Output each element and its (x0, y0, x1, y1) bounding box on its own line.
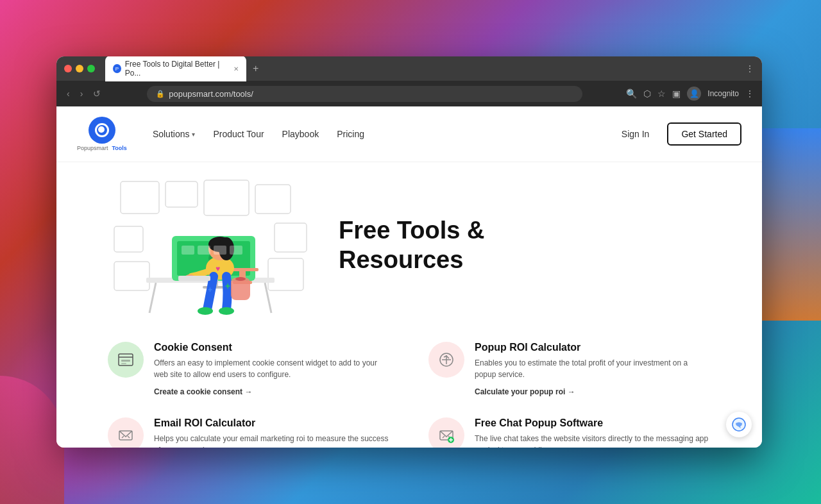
popup-roi-icon (428, 342, 464, 378)
url-bar[interactable]: 🔒 popupsmart.com/tools/ (147, 86, 582, 102)
tool-item-cookie-consent: Cookie Consent Offers an easy to impleme… (108, 342, 390, 397)
tab-manager-icon[interactable]: ▣ (672, 88, 681, 99)
cookie-consent-info: Cookie Consent Offers an easy to impleme… (154, 342, 390, 397)
free-chat-icon (428, 417, 464, 448)
bookmark-icon[interactable]: ☆ (657, 88, 666, 99)
solutions-dropdown-arrow: ▾ (192, 131, 195, 138)
hero-title: Free Tools & Resources (339, 216, 711, 274)
logo-inner (95, 123, 109, 137)
svg-rect-2 (204, 180, 249, 215)
svg-line-47 (443, 436, 444, 438)
svg-rect-1 (165, 181, 198, 207)
cookie-consent-link[interactable]: Create a cookie consent → (154, 387, 252, 396)
svg-rect-30 (214, 246, 226, 255)
tools-grid: Cookie Consent Offers an easy to impleme… (56, 329, 762, 448)
email-roi-title: Email ROI Calculator (154, 417, 390, 429)
traffic-lights (64, 65, 95, 72)
browser-window: P Free Tools to Digital Better | Po... ✕… (56, 56, 762, 448)
back-button[interactable]: ‹ (64, 88, 72, 99)
svg-rect-6 (114, 262, 149, 290)
address-bar-right: 🔍 ⬡ ☆ ▣ 👤 Incognito ⋮ (626, 87, 754, 101)
menu-icon[interactable]: ⋮ (745, 88, 754, 99)
cookie-consent-title: Cookie Consent (154, 342, 390, 353)
svg-rect-5 (275, 223, 307, 252)
solutions-link[interactable]: Solutions ▾ (153, 129, 196, 139)
svg-line-44 (122, 436, 124, 438)
tab-favicon: P (113, 64, 121, 73)
svg-rect-26 (231, 278, 250, 300)
svg-point-24 (198, 307, 213, 315)
svg-rect-0 (121, 181, 159, 214)
svg-text:+: + (225, 281, 230, 291)
tab-title: Free Tools to Digital Better | Po... (125, 60, 227, 78)
email-roi-icon (108, 417, 144, 448)
free-chat-info: Free Chat Popup Software The live chat t… (475, 417, 711, 448)
brand-name: Popupsmart (77, 145, 108, 151)
svg-point-27 (235, 277, 246, 281)
address-bar: ‹ › ↺ 🔒 popupsmart.com/tools/ 🔍 ⬡ ☆ ▣ 👤 … (56, 81, 762, 106)
hero-illustration: + + ♥ (108, 175, 313, 316)
site-navigation: Popupsmart Tools Solutions ▾ Product Tou… (56, 106, 762, 162)
svg-rect-35 (178, 276, 210, 281)
pricing-link[interactable]: Pricing (337, 129, 364, 139)
tool-item-email-roi: Email ROI Calculator Helps you calculate… (108, 417, 390, 448)
logo-icon[interactable] (89, 117, 115, 144)
svg-line-9 (149, 283, 156, 313)
hero-text: Free Tools & Resources (339, 216, 711, 274)
new-tab-button[interactable]: + (249, 63, 262, 74)
profile-icon[interactable]: 👤 (687, 87, 701, 101)
cast-icon: ⬡ (643, 88, 651, 99)
refresh-button[interactable]: ↺ (90, 88, 103, 99)
nav-actions: Sign In Get Started (614, 122, 741, 146)
incognito-label: Incognito (707, 89, 739, 98)
window-controls: ⋮ (745, 63, 754, 74)
tool-item-popup-roi: Popup ROI Calculator Enables you to esti… (428, 342, 711, 397)
svg-rect-7 (268, 258, 303, 290)
svg-rect-28 (182, 246, 194, 255)
active-tab[interactable]: P Free Tools to Digital Better | Po... ✕ (105, 56, 246, 81)
forward-button[interactable]: › (78, 88, 86, 99)
sign-in-button[interactable]: Sign In (614, 124, 657, 144)
close-button[interactable] (64, 65, 72, 72)
svg-rect-4 (114, 226, 143, 252)
product-tour-link[interactable]: Product Tour (213, 129, 264, 139)
website-content: Popupsmart Tools Solutions ▾ Product Tou… (56, 106, 762, 448)
free-chat-desc: The live chat takes the website visitors… (475, 433, 711, 448)
svg-rect-38 (121, 360, 130, 362)
logo-area: Popupsmart Tools (77, 117, 127, 151)
tools-label: Tools (112, 145, 127, 151)
svg-text:♥: ♥ (216, 264, 220, 273)
chat-widget[interactable] (726, 412, 752, 437)
svg-point-25 (219, 307, 234, 315)
svg-rect-31 (230, 246, 242, 255)
cookie-consent-icon (108, 342, 144, 378)
browser-chrome: P Free Tools to Digital Better | Po... ✕… (56, 56, 762, 81)
tool-item-free-chat: Free Chat Popup Software The live chat t… (428, 417, 711, 448)
svg-rect-29 (198, 246, 210, 255)
svg-text:+: + (208, 285, 212, 294)
svg-rect-3 (255, 185, 291, 214)
logo-labels: Popupsmart Tools (77, 145, 127, 151)
hero-section: + + ♥ Free Tools & Resources (56, 162, 762, 329)
minimize-button[interactable] (76, 65, 83, 72)
lock-icon: 🔒 (156, 90, 165, 98)
tab-bar: P Free Tools to Digital Better | Po... ✕… (105, 56, 740, 81)
playbook-link[interactable]: Playbook (282, 129, 319, 139)
search-icon[interactable]: 🔍 (626, 88, 637, 99)
popup-roi-info: Popup ROI Calculator Enables you to esti… (475, 342, 711, 397)
svg-line-45 (128, 436, 130, 438)
popup-roi-link[interactable]: Calculate your popup roi → (475, 387, 575, 396)
cookie-consent-desc: Offers an easy to implement cookie conse… (154, 357, 390, 380)
maximize-button[interactable] (87, 65, 95, 72)
popup-roi-title: Popup ROI Calculator (475, 342, 711, 353)
get-started-button[interactable]: Get Started (667, 122, 741, 146)
free-chat-title: Free Chat Popup Software (475, 417, 711, 429)
tab-close-icon[interactable]: ✕ (233, 65, 239, 72)
svg-rect-39 (121, 363, 126, 364)
url-text: popupsmart.com/tools/ (169, 89, 253, 99)
email-roi-desc: Helps you calculate your email marketing… (154, 433, 390, 448)
popup-roi-desc: Enables you to estimate the total profit… (475, 357, 711, 380)
email-roi-info: Email ROI Calculator Helps you calculate… (154, 417, 390, 448)
nav-links: Solutions ▾ Product Tour Playbook Pricin… (153, 129, 614, 139)
